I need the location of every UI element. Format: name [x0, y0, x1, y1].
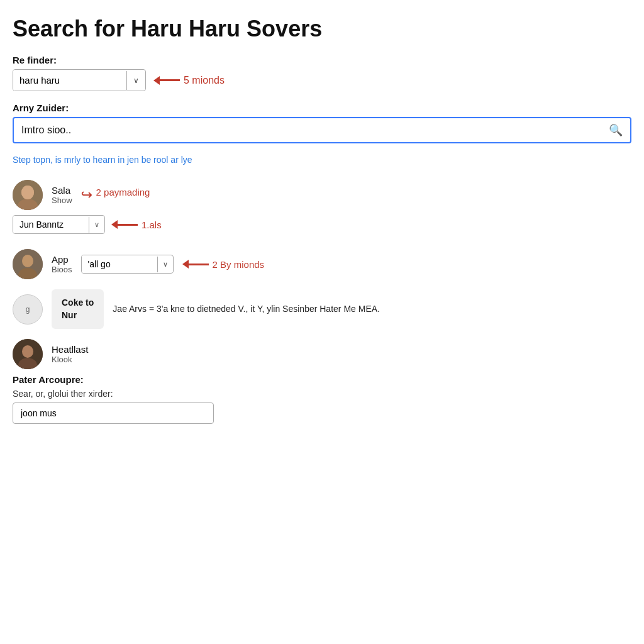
- app-annotation-text: 2 By mionds: [213, 259, 265, 270]
- list-item-app: App Bioos 'all go ∨ 2 By mionds: [13, 244, 631, 284]
- coke-avatar-letter: g: [26, 305, 30, 314]
- curved-arrow-icon: ↩: [81, 187, 92, 203]
- list-item-sala: Sala Show ↩ 2 paymading: [13, 175, 631, 215]
- re-finder-annotation: 5 mionds: [153, 75, 225, 86]
- all-go-select[interactable]: 'all go: [82, 255, 157, 273]
- re-finder-select-arrow-icon: ∨: [126, 71, 145, 90]
- coke-description: Jae Arvs = 3'a kne to dietneded V., it Y…: [113, 303, 380, 316]
- coke-avatar-placeholder: g: [13, 294, 43, 325]
- page-title: Search for Haru Haru Sovers: [13, 15, 631, 42]
- svg-point-8: [22, 345, 33, 358]
- app-info: App Bioos: [52, 254, 72, 274]
- pater-arcoupre-sublabel: Sear, or, glolui ther xirder:: [13, 389, 631, 399]
- sala-sub: Show: [52, 196, 72, 205]
- re-finder-select[interactable]: haru haru option 2: [13, 70, 126, 91]
- all-go-dropdown-wrapper: 'all go ∨: [81, 255, 174, 274]
- re-finder-label: Re finder:: [13, 55, 631, 65]
- avatar-sala: [13, 180, 43, 210]
- hint-text: Step topn, is mrly to hearn in jen be ro…: [13, 155, 631, 165]
- list-item-heatllast: Heatllast Klook: [13, 334, 631, 374]
- heatllast-name: Heatllast: [52, 344, 88, 355]
- jun-banntz-row: Jun Banntz ∨ 1.als: [13, 215, 631, 234]
- annotation-arrow-icon: [153, 76, 180, 85]
- re-finder-select-wrapper: haru haru option 2 ∨: [13, 69, 146, 91]
- app-arrow-icon: [182, 260, 209, 269]
- jun-banntz-select[interactable]: Jun Banntz: [13, 216, 89, 233]
- pater-arcoupre-section: Pater Arcoupre: Sear, or, glolui ther xi…: [13, 374, 631, 424]
- jun-banntz-annotation: 1.als: [111, 219, 162, 230]
- pater-arcoupre-label: Pater Arcoupre:: [13, 374, 631, 385]
- re-finder-section: Re finder: haru haru option 2 ∨ 5 mionds: [13, 55, 631, 91]
- avatar-app: [13, 249, 43, 279]
- sala-name: Sala: [52, 185, 72, 196]
- jun-banntz-dropdown-wrapper: Jun Banntz ∨: [13, 215, 105, 234]
- app-annotation: 2 By mionds: [182, 259, 265, 270]
- heatllast-info: Heatllast Klook: [52, 344, 88, 364]
- svg-point-3: [21, 186, 34, 199]
- avatar-sala-image: [13, 180, 43, 210]
- coke-name: Coke toNur: [62, 297, 94, 321]
- pater-arcoupre-input[interactable]: [13, 402, 214, 424]
- avatar-heatllast: [13, 339, 43, 369]
- app-sub: Bioos: [52, 265, 72, 274]
- coke-info: Coke toNur: [52, 289, 104, 329]
- arny-zuider-label: Arny Zuider:: [13, 103, 631, 113]
- list-item-coke: g Coke toNur Jae Arvs = 3'a kne to dietn…: [13, 284, 631, 334]
- jun-banntz-annotation-text: 1.als: [142, 219, 162, 230]
- jun-banntz-arrow-icon: [111, 220, 138, 229]
- arny-zuider-input[interactable]: [21, 125, 604, 136]
- arny-zuider-section: Arny Zuider: 🔍: [13, 103, 631, 143]
- sala-info: Sala Show: [52, 185, 72, 205]
- avatar-app-image: [13, 249, 43, 279]
- all-go-select-arrow-icon: ∨: [157, 257, 173, 272]
- svg-point-5: [22, 255, 33, 267]
- avatar-heatllast-image: [13, 339, 43, 369]
- jun-banntz-select-arrow-icon: ∨: [89, 217, 104, 233]
- sala-annotation: ↩ 2 paymading: [81, 187, 150, 203]
- app-name: App: [52, 254, 72, 265]
- heatllast-sub: Klook: [52, 355, 88, 364]
- arny-zuider-input-wrapper: 🔍: [13, 117, 631, 143]
- re-finder-annotation-text: 5 mionds: [184, 75, 225, 86]
- search-button[interactable]: 🔍: [609, 123, 623, 137]
- sala-annotation-text: 2 paymading: [96, 187, 150, 197]
